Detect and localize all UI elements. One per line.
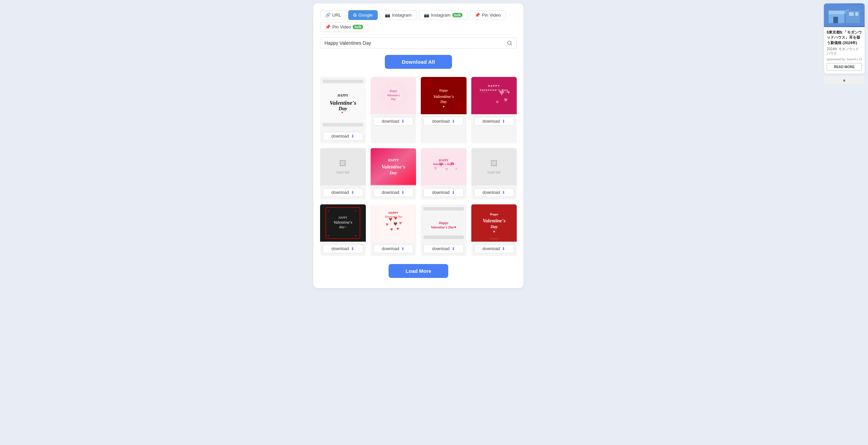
load-fail-label-8: load fail xyxy=(488,170,500,174)
download-label-1: download xyxy=(332,134,349,139)
svg-text:♥: ♥ xyxy=(504,96,508,103)
tab-pin-video[interactable]: 📌 Pin Video xyxy=(470,10,506,20)
left-sidebar xyxy=(0,0,16,445)
svg-text:♥: ♥ xyxy=(496,99,499,105)
download-label-5: download xyxy=(332,190,349,195)
tab-instagram[interactable]: 📷 Instagram xyxy=(380,10,417,20)
svg-rect-77 xyxy=(855,12,858,16)
placeholder-11-top xyxy=(423,207,464,210)
image-card-6: HAPPY Valentine's Day download ⬇ xyxy=(371,148,416,200)
valentine-image-12: Happy Valentine's Day ♥ istockphoto xyxy=(471,204,517,242)
download-button-4[interactable]: download ⬇ xyxy=(474,117,514,126)
placeholder-bar-top-1 xyxy=(323,80,363,83)
download-label-10: download xyxy=(382,246,399,251)
image-card-3: Happy Valentine's Day ♥ download ⬇ xyxy=(421,77,467,143)
download-label-9: download xyxy=(332,246,349,251)
ad-collapse-button[interactable]: ▲ xyxy=(824,76,865,84)
instagram-bulk-icon: 📷 xyxy=(424,13,429,18)
image-card-1: HAPPY Valentine's Day ♥ download ⬇ xyxy=(320,77,366,143)
download-icon-8: ⬇ xyxy=(502,190,505,195)
download-icon-5: ⬇ xyxy=(351,190,354,195)
download-all-button[interactable]: Download All xyxy=(385,55,452,69)
read-more-button[interactable]: READ MORE xyxy=(827,63,862,71)
download-button-5[interactable]: download ⬇ xyxy=(323,188,363,197)
ad-image xyxy=(824,3,865,27)
download-button-3[interactable]: download ⬇ xyxy=(423,117,464,126)
download-button-10[interactable]: download ⬇ xyxy=(373,244,414,253)
svg-text:HAPPY: HAPPY xyxy=(338,216,348,219)
svg-text:Valentine's Day: Valentine's Day xyxy=(384,215,402,218)
svg-text:HAPPY: HAPPY xyxy=(488,84,500,87)
search-input[interactable] xyxy=(324,40,507,46)
tab-url-label: URL xyxy=(332,13,341,18)
tab-instagram-label: Instagram xyxy=(392,13,412,18)
page-layout: 🔗 URL G Google 📷 Instagram 📷 Instagram b… xyxy=(0,0,868,445)
svg-text:Valentine's: Valentine's xyxy=(387,94,400,97)
image-card-4: ♥ ♥ ♥ ♥ HAPPY Valentine's Day download ⬇ xyxy=(471,77,517,143)
image-card-7: ♥ ♥ ♥ ♥ ♥ HAPPY Valentine's Day ♥ downlo… xyxy=(421,148,467,200)
download-icon-10: ⬇ xyxy=(401,246,405,251)
download-label-11: download xyxy=(432,246,450,251)
download-button-6[interactable]: download ⬇ xyxy=(373,188,414,197)
image-card-12: Happy Valentine's Day ♥ istockphoto down… xyxy=(471,204,517,256)
tab-url[interactable]: 🔗 URL xyxy=(320,10,346,20)
svg-text:Valentine's Day♥: Valentine's Day♥ xyxy=(431,225,456,229)
svg-text:HAPPY: HAPPY xyxy=(388,158,399,162)
center-content: 🔗 URL G Google 📷 Instagram 📷 Instagram b… xyxy=(16,0,821,445)
valentine-image-6: HAPPY Valentine's Day xyxy=(371,148,416,185)
load-fail-8: 🖼 load fail xyxy=(488,159,500,174)
tab-instagram-bulk[interactable]: 📷 Instagram bulk xyxy=(419,10,468,20)
svg-text:Valentine's: Valentine's xyxy=(433,94,454,99)
svg-text:HAPPY: HAPPY xyxy=(337,94,349,97)
svg-point-16 xyxy=(455,102,465,112)
ad-card: $東京都$:「モダンウッドハウス」耳を疑う新価格 (2024年) 2024年 モ… xyxy=(824,3,865,74)
svg-line-1 xyxy=(511,44,512,45)
pin-video-bulk-badge: bulk xyxy=(353,25,363,29)
download-button-1[interactable]: download ⬇ xyxy=(323,132,363,141)
image-container-2: Happy Valentine's Day xyxy=(371,77,416,114)
svg-text:♥: ♥ xyxy=(355,209,356,213)
download-icon-11: ⬇ xyxy=(452,246,455,251)
image-card-9: ♥ ♥ ♥ ♥ HAPPY Valentine's day~ download … xyxy=(320,204,366,256)
download-button-11[interactable]: download ⬇ xyxy=(423,244,464,253)
ad-sponsor: sponsored by: Search | Cl xyxy=(827,58,862,61)
svg-text:Happy: Happy xyxy=(489,213,498,216)
image-container-3: Happy Valentine's Day ♥ xyxy=(421,77,467,114)
svg-text:♥: ♥ xyxy=(390,227,393,232)
tab-google-label: Google xyxy=(358,13,373,18)
tab-pin-video-bulk[interactable]: 📌 Pin Video bulk xyxy=(320,22,368,32)
svg-text:HAPPY: HAPPY xyxy=(389,211,398,215)
url-icon: 🔗 xyxy=(325,13,331,18)
pin-video-icon: 📌 xyxy=(475,13,480,18)
image-card-11: Happy Valentine's Day♥ download ⬇ xyxy=(421,204,467,256)
download-button-12[interactable]: download ⬇ xyxy=(474,244,514,253)
download-label-4: download xyxy=(482,119,500,124)
load-more-button[interactable]: Load More xyxy=(389,264,448,278)
download-button-8[interactable]: download ⬇ xyxy=(474,188,514,197)
download-button-2[interactable]: download ⬇ xyxy=(373,117,414,126)
svg-text:Day: Day xyxy=(490,224,498,229)
pin-video-bulk-icon: 📌 xyxy=(325,24,331,29)
download-icon-1: ⬇ xyxy=(351,134,354,139)
valentine-image-1: HAPPY Valentine's Day ♥ xyxy=(320,84,366,122)
download-button-9[interactable]: download ⬇ xyxy=(323,244,363,253)
svg-text:♥: ♥ xyxy=(327,209,329,213)
download-button-7[interactable]: download ⬇ xyxy=(423,188,464,197)
image-card-10: ♥ ♥ ♥ ♥ ♥ ♥ ♥ HAPPY Valentine's Day down… xyxy=(371,204,416,256)
image-container-4: ♥ ♥ ♥ ♥ HAPPY Valentine's Day xyxy=(471,77,517,114)
svg-text:Valentine's Day ♥: Valentine's Day ♥ xyxy=(433,162,454,166)
svg-text:♥: ♥ xyxy=(386,222,389,227)
search-icon xyxy=(507,40,512,46)
svg-rect-76 xyxy=(849,12,854,16)
image-container-6: HAPPY Valentine's Day xyxy=(371,148,416,185)
search-button[interactable] xyxy=(507,40,512,46)
download-icon-9: ⬇ xyxy=(351,246,354,251)
tab-google[interactable]: G Google xyxy=(348,10,378,20)
placeholder-11-bottom xyxy=(423,236,464,239)
svg-text:♥: ♥ xyxy=(396,226,399,231)
download-label-3: download xyxy=(432,119,450,124)
svg-text:Valentine's: Valentine's xyxy=(330,100,356,106)
svg-text:♥: ♥ xyxy=(399,220,402,226)
svg-text:Valentine's: Valentine's xyxy=(482,218,505,223)
svg-text:♥: ♥ xyxy=(455,166,458,171)
